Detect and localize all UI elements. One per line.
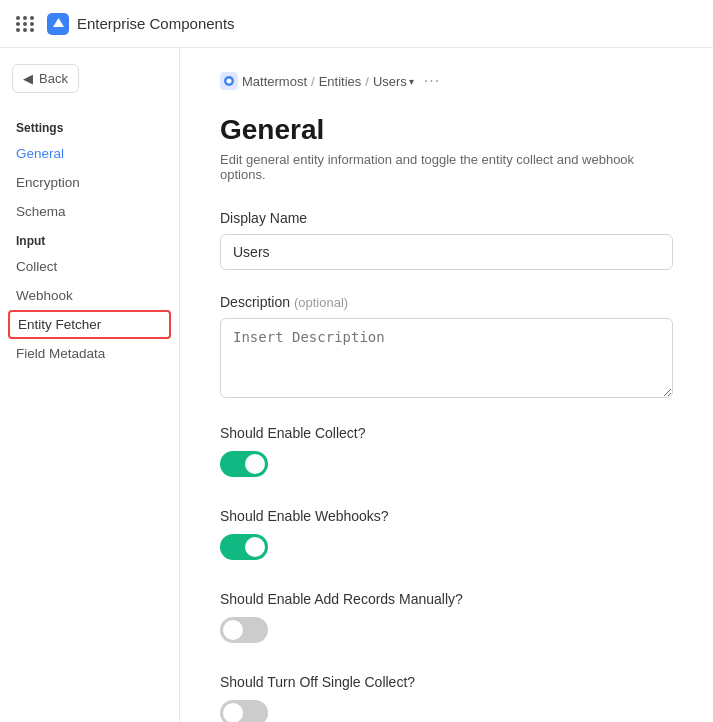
topbar-title: Enterprise Components [77, 15, 235, 32]
main-content: Mattermost / Entities / Users ▾ ··· Gene… [180, 48, 713, 722]
single-collect-section: Should Turn Off Single Collect? [220, 674, 673, 722]
settings-section-label: Settings [0, 113, 179, 139]
enable-webhooks-section: Should Enable Webhooks? [220, 508, 673, 563]
mattermost-icon [220, 72, 238, 90]
single-collect-label: Should Turn Off Single Collect? [220, 674, 673, 690]
grid-icon[interactable] [16, 16, 35, 32]
add-records-section: Should Enable Add Records Manually? [220, 591, 673, 646]
description-group: Description (optional) [220, 294, 673, 401]
enable-webhooks-label: Should Enable Webhooks? [220, 508, 673, 524]
breadcrumb-mattermost[interactable]: Mattermost [242, 74, 307, 89]
back-button[interactable]: ◀ Back [12, 64, 79, 93]
breadcrumb: Mattermost / Entities / Users ▾ ··· [220, 72, 673, 90]
chevron-down-icon: ▾ [409, 76, 414, 87]
breadcrumb-entities[interactable]: Entities [319, 74, 362, 89]
enable-collect-section: Should Enable Collect? [220, 425, 673, 480]
sidebar-item-webhook[interactable]: Webhook [0, 281, 179, 310]
enable-webhooks-toggle[interactable] [220, 534, 268, 563]
display-name-label: Display Name [220, 210, 673, 226]
add-records-toggle[interactable] [220, 617, 268, 646]
sidebar: ◀ Back Settings General Encryption Schem… [0, 48, 180, 722]
display-name-group: Display Name [220, 210, 673, 270]
sidebar-item-schema[interactable]: Schema [0, 197, 179, 226]
svg-marker-0 [53, 18, 64, 27]
description-textarea[interactable] [220, 318, 673, 398]
svg-point-2 [227, 79, 232, 84]
description-label: Description (optional) [220, 294, 673, 310]
input-section-label: Input [0, 226, 179, 252]
sidebar-item-general[interactable]: General [0, 139, 179, 168]
breadcrumb-sep-2: / [365, 74, 369, 89]
sidebar-item-encryption[interactable]: Encryption [0, 168, 179, 197]
enterprise-logo-icon [47, 13, 69, 35]
enable-collect-label: Should Enable Collect? [220, 425, 673, 441]
add-records-label: Should Enable Add Records Manually? [220, 591, 673, 607]
back-arrow-icon: ◀ [23, 71, 33, 86]
page-title: General [220, 114, 673, 146]
single-collect-toggle[interactable] [220, 700, 268, 722]
sidebar-item-field-metadata[interactable]: Field Metadata [0, 339, 179, 368]
breadcrumb-users[interactable]: Users ▾ [373, 74, 414, 89]
sidebar-item-collect[interactable]: Collect [0, 252, 179, 281]
breadcrumb-sep-1: / [311, 74, 315, 89]
display-name-input[interactable] [220, 234, 673, 270]
breadcrumb-more-icon[interactable]: ··· [424, 72, 440, 90]
page-description: Edit general entity information and togg… [220, 152, 673, 182]
enable-collect-toggle[interactable] [220, 451, 268, 480]
sidebar-item-entity-fetcher[interactable]: Entity Fetcher [8, 310, 171, 339]
topbar: Enterprise Components [0, 0, 713, 48]
